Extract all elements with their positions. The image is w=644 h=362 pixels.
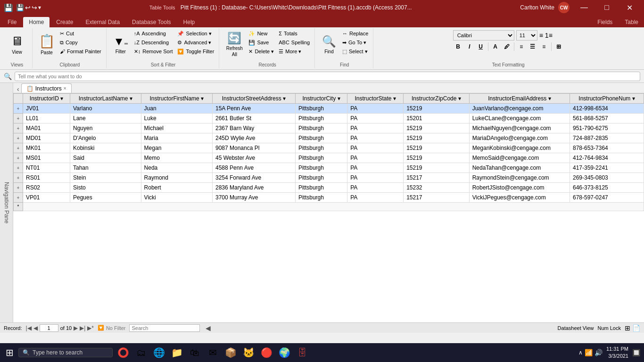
table-row[interactable]: + MK01 Kobinski Megan 9087 Monanca Pl Pi… [14, 143, 644, 153]
table-row[interactable]: + NT01 Tahan Neda 4588 Penn Ave Pittsbur… [14, 163, 644, 173]
col-header-lastname[interactable]: InstructorLastName ▾ [70, 94, 141, 104]
new-row[interactable]: * [14, 203, 644, 211]
navigation-pane[interactable]: Navigation Pane [0, 83, 13, 322]
record-next-button[interactable]: ▶ [74, 325, 78, 331]
selection-button[interactable]: 📌 Selection ▾ [175, 29, 216, 38]
taskbar-cortana[interactable]: ⭕ [116, 345, 131, 360]
delete-record-button[interactable]: ✕ Delete ▾ [247, 47, 276, 56]
volume-icon[interactable]: 🔊 [594, 349, 603, 356]
bold-button[interactable]: B [453, 41, 463, 52]
row-selector[interactable]: + [14, 173, 23, 183]
tab-table[interactable]: Table [619, 17, 644, 27]
taskbar-dropbox[interactable]: 📦 [223, 345, 238, 360]
view-button[interactable]: 🖥 View [5, 29, 29, 59]
col-header-id[interactable]: InstructorID ▾ [23, 94, 70, 104]
instructors-tab[interactable]: 📋 Instructors × [21, 83, 72, 93]
filter-button[interactable]: ▼═ Filter [110, 29, 131, 59]
row-selector[interactable]: + [14, 153, 23, 163]
col-header-firstname[interactable]: InstructorFirstName ▾ [141, 94, 212, 104]
record-number-input[interactable] [40, 324, 58, 332]
report-icon[interactable]: 📄 [632, 324, 640, 332]
replace-button[interactable]: ↔ Replace [340, 29, 370, 38]
table-row[interactable]: + MS01 Said Memo 45 Webster Ave Pittsbur… [14, 153, 644, 163]
row-selector[interactable]: + [14, 163, 23, 173]
header-row-selector[interactable] [14, 94, 23, 104]
quick-undo-icon[interactable]: ↩ [25, 4, 31, 11]
tab-fields[interactable]: Fields [592, 17, 618, 27]
table-row[interactable]: + JV01 Varlano Juan 15A Penn Ave Pittsbu… [14, 104, 644, 114]
highlight-button[interactable]: 🖊 [502, 41, 512, 52]
save-record-button[interactable]: 💾 Save [247, 38, 276, 47]
tab-external-data[interactable]: External Data [80, 17, 125, 27]
copy-button[interactable]: ⧉ Copy [58, 38, 103, 47]
notification-icon[interactable]: 🔲 [632, 349, 640, 356]
taskbar-access[interactable]: 🗄 [295, 345, 310, 360]
taskbar-app1[interactable]: 🔴 [259, 345, 274, 360]
table-row[interactable]: + MA01 Nguyen Michael 2367 Barn Way Pitt… [14, 123, 644, 133]
scroll-left-button[interactable]: ◀ [206, 324, 211, 332]
taskbar-chrome[interactable]: 🌍 [277, 345, 292, 360]
row-selector[interactable]: + [14, 143, 23, 153]
col-header-zip[interactable]: InstructorZipCode ▾ [404, 94, 470, 104]
row-selector[interactable]: + [14, 193, 23, 203]
tell-me-input[interactable] [15, 72, 640, 81]
clock[interactable]: 11:31 PM 3/3/2021 [606, 346, 628, 360]
taskbar-mail[interactable]: ✉ [205, 345, 220, 360]
font-size-select[interactable]: 11 [516, 30, 537, 41]
table-row[interactable]: + RS01 Stein Raymond 3254 Forward Ave Pi… [14, 173, 644, 183]
align-right-button[interactable]: ≡ [539, 41, 549, 52]
row-selector[interactable]: + [14, 123, 23, 133]
col-header-address[interactable]: InstructorStreetAddress ▾ [212, 94, 295, 104]
list-icon[interactable]: ≡ [539, 32, 543, 39]
taskbar-taskview[interactable]: 🗂 [133, 345, 149, 360]
table-row[interactable]: + RS02 Sisto Robert 2836 Maryland Ave Pi… [14, 183, 644, 193]
goto-button[interactable]: ➡ Go To ▾ [340, 38, 370, 47]
numbered-list-icon[interactable]: 1≡ [545, 32, 553, 39]
taskbar-explorer[interactable]: 📁 [169, 345, 184, 360]
underline-button[interactable]: U [476, 41, 486, 52]
close-button[interactable]: ✕ [619, 0, 640, 15]
col-header-city[interactable]: InstructorCity ▾ [295, 94, 347, 104]
row-selector[interactable]: + [14, 183, 23, 193]
new-record-button[interactable]: ✨ New [247, 29, 276, 38]
chevron-icon[interactable]: ∧ [578, 349, 583, 356]
quick-save-icon[interactable]: 💾 [16, 4, 24, 11]
tab-nav-left[interactable]: ‹ [15, 85, 21, 93]
tab-create[interactable]: Create [50, 17, 79, 27]
network-icon[interactable]: 📶 [585, 349, 593, 356]
record-first-button[interactable]: |◀ [26, 325, 32, 331]
quick-redo-icon[interactable]: ↪ [32, 4, 37, 11]
ascending-button[interactable]: ↑A Ascending [132, 29, 175, 38]
cut-button[interactable]: ✂ Cut [58, 29, 103, 38]
align-left-button[interactable]: ≡ [516, 41, 527, 52]
font-color-button[interactable]: A [490, 41, 501, 52]
totals-button[interactable]: Σ Totals [277, 29, 312, 38]
font-family-select[interactable]: Calibri [453, 30, 514, 41]
table-search-input[interactable] [129, 324, 200, 332]
record-new-button[interactable]: ▶* [87, 325, 94, 331]
record-prev-button[interactable]: ◀ [33, 325, 38, 331]
tab-database-tools[interactable]: Database Tools [126, 17, 177, 27]
tab-file[interactable]: File [2, 17, 22, 27]
table-row[interactable]: + LL01 Lane Luke 2661 Butler St Pittsbur… [14, 114, 644, 123]
refresh-all-button[interactable]: 🔄 Refresh All [223, 29, 246, 59]
tab-help[interactable]: Help [178, 17, 201, 27]
italic-button[interactable]: I [464, 41, 475, 52]
row-selector[interactable]: + [14, 133, 23, 143]
maximize-button[interactable]: □ [596, 0, 618, 15]
taskbar-edge[interactable]: 🌐 [151, 345, 166, 360]
table-row[interactable]: + MD01 D'Angelo Maria 245D Wylie Ave Pit… [14, 133, 644, 143]
taskbar-store[interactable]: 🛍 [187, 345, 202, 360]
datasheet-icon[interactable]: ⊞ [625, 324, 630, 332]
spelling-button[interactable]: ABC Spelling [277, 38, 312, 47]
remove-sort-button[interactable]: ✕↕ Remove Sort [132, 47, 175, 56]
row-selector[interactable]: + [14, 114, 23, 123]
col-header-phone[interactable]: InstructorPhoneNum ▾ [570, 94, 644, 104]
advanced-button[interactable]: ⚙ Advanced ▾ [175, 38, 216, 47]
find-button[interactable]: 🔍 Find [319, 29, 339, 59]
col-header-state[interactable]: InstructorState ▾ [347, 94, 404, 104]
record-last-button[interactable]: ▶| [80, 325, 85, 331]
more-button[interactable]: ☰ More ▾ [277, 47, 312, 56]
row-selector[interactable]: + [14, 104, 23, 114]
align-center-button[interactable]: ☰ [528, 41, 538, 52]
